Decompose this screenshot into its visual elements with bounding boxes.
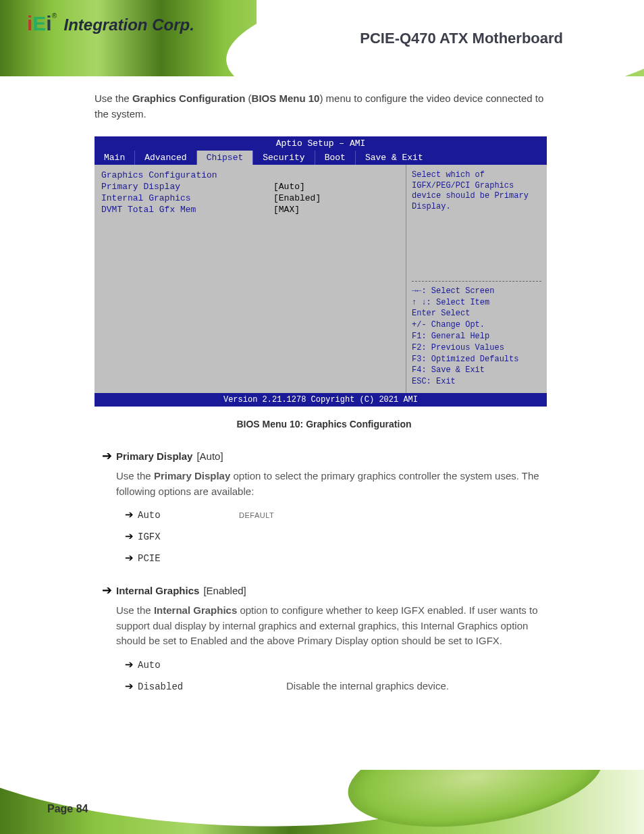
- option-desc: Use the Internal Graphics option to conf…: [116, 603, 554, 649]
- bios-body: Graphics Configuration Primary Display […: [95, 165, 547, 393]
- logo-iei-mark: iEi: [27, 12, 52, 35]
- bios-tab-bar: Main Advanced Chipset Security Boot Save…: [95, 151, 547, 165]
- bios-right-pane: Select which of IGFX/PEG/PCI Graphics de…: [406, 165, 547, 393]
- bios-nav-help: →←: Select Screen ↑ ↓: Select Item Enter…: [412, 277, 541, 388]
- arrow-right-icon: ➔: [116, 530, 134, 542]
- option-range: [Enabled]: [203, 585, 246, 596]
- option-item-auto: ➔ Auto: [116, 658, 554, 671]
- bios-tab-security: Security: [253, 151, 315, 165]
- bios-row-primary-display: Primary Display [Auto]: [101, 182, 399, 192]
- bios-row-internal-graphics: Internal Graphics [Enabled]: [101, 193, 399, 203]
- bios-row-dvmt: DVMT Total Gfx Mem [MAX]: [101, 205, 399, 215]
- option-value-list: ➔ Auto DEFAULT ➔ IGFX ➔ PCIE: [116, 509, 554, 564]
- arrow-right-icon: ➔: [116, 658, 134, 671]
- bios-tab-boot: Boot: [315, 151, 356, 165]
- arrow-right-icon: ➔: [116, 509, 134, 521]
- bottom-banner: [0, 770, 644, 834]
- bios-left-pane: Graphics Configuration Primary Display […: [95, 165, 406, 393]
- option-desc: Use the Primary Display option to select…: [116, 469, 554, 499]
- option-internal-graphics: ➔ Internal Graphics [Enabled] Use the In…: [95, 583, 554, 692]
- bios-header: Aptio Setup – AMI: [95, 136, 547, 151]
- lead-paragraph: Use the Graphics Configuration (BIOS Men…: [95, 91, 554, 122]
- logo-integration-corp: Integration Corp.: [64, 16, 194, 34]
- option-item-igfx: ➔ IGFX: [116, 530, 554, 542]
- arrow-right-icon: ➔: [95, 448, 112, 463]
- option-range: [Auto]: [196, 450, 223, 462]
- option-primary-display: ➔ Primary Display [Auto] Use the Primary…: [95, 448, 554, 564]
- option-name: Primary Display: [116, 450, 192, 462]
- bios-tab-save-exit: Save & Exit: [356, 151, 433, 165]
- option-item-disabled: ➔ Disabled Disable the internal graphics…: [116, 680, 554, 692]
- bios-screenshot: Aptio Setup – AMI Main Advanced Chipset …: [95, 136, 547, 407]
- bios-help-text: Select which of IGFX/PEG/PCI Graphics de…: [412, 170, 541, 212]
- page-number: Page 84: [47, 803, 88, 815]
- bios-tab-chipset: Chipset: [197, 151, 254, 165]
- bios-tab-advanced: Advanced: [135, 151, 196, 165]
- arrow-right-icon: ➔: [95, 583, 112, 598]
- option-name: Internal Graphics: [116, 585, 199, 596]
- arrow-right-icon: ➔: [116, 552, 134, 564]
- bios-row-heading: Graphics Configuration: [101, 170, 399, 180]
- figure-caption: BIOS Menu 10: Graphics Configuration: [95, 419, 554, 429]
- page-content: Use the Graphics Configuration (BIOS Men…: [95, 91, 554, 711]
- bios-tab-main: Main: [95, 151, 135, 165]
- option-item-pcie: ➔ PCIE: [116, 552, 554, 564]
- arrow-right-icon: ➔: [116, 680, 134, 692]
- option-item-auto: ➔ Auto DEFAULT: [116, 509, 554, 521]
- brand-logo: iEi ® Integration Corp.: [27, 12, 194, 35]
- option-value-list: ➔ Auto ➔ Disabled Disable the internal g…: [116, 658, 554, 692]
- bios-footer: Version 2.21.1278 Copyright (C) 2021 AMI: [95, 393, 547, 407]
- document-title: PCIE-Q470 ATX Motherboard: [360, 30, 563, 47]
